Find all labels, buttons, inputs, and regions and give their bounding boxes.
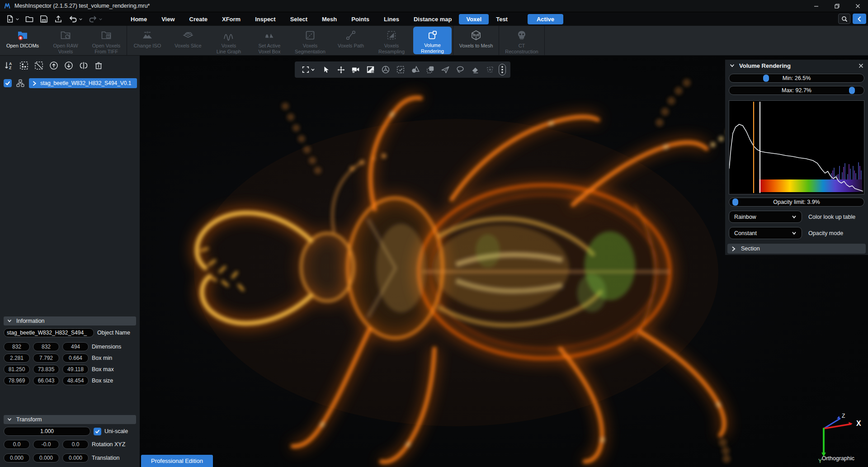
ribbon-open-dicoms-button[interactable]: Open DICOMs (0, 26, 45, 55)
clip-settings-button[interactable] (364, 63, 377, 76)
dimensions-y-field[interactable]: 832 (33, 342, 59, 351)
plane-cut-button[interactable] (439, 63, 452, 76)
menu-create[interactable]: Create (182, 14, 215, 24)
volume-rendering-header[interactable]: Volume Rendering (725, 60, 868, 71)
camera-settings-button[interactable] (349, 63, 362, 76)
uni-scale-checkbox[interactable] (94, 428, 101, 435)
save-button[interactable] (38, 14, 50, 24)
section-collapsed-header[interactable]: Section (727, 244, 866, 254)
menu-test[interactable]: Test (489, 14, 515, 24)
ribbon-voxels-segmentation-button[interactable]: Voxels Segmentation (290, 26, 330, 55)
tree-item-stag-beetle[interactable]: stag_beetle_W832_H832_S494_V0.1 (29, 78, 137, 88)
magic-select-button[interactable] (484, 63, 496, 76)
ribbon-volume-rendering-button[interactable]: Volume Rendering (413, 27, 452, 54)
box-size-z-field[interactable]: 48.454 (62, 376, 89, 385)
opacity-limit-slider[interactable]: Opacity limit: 3.9% (729, 198, 864, 207)
open-file-button[interactable] (23, 14, 36, 24)
min-slider[interactable]: Min: 26.5% (729, 74, 864, 83)
new-scene-button[interactable] (4, 14, 21, 24)
dimensions-z-field[interactable]: 494 (62, 342, 89, 351)
menu-bar: Home View Create XForm Inspect Select Me… (0, 12, 868, 26)
search-button[interactable] (838, 14, 850, 24)
close-button[interactable] (847, 0, 868, 12)
delete-button[interactable] (93, 60, 104, 71)
menu-lines[interactable]: Lines (377, 14, 406, 24)
ribbon-voxels-path-button[interactable]: Voxels Path (330, 26, 371, 55)
eraser-button[interactable] (469, 63, 481, 76)
uni-scale-field[interactable]: 1.000 (4, 427, 90, 436)
translation-x-field[interactable]: 0.000 (4, 453, 30, 462)
check-icon (5, 80, 10, 86)
deselect-all-button[interactable] (33, 60, 44, 71)
rotation-x-field[interactable]: 0.0 (4, 440, 30, 449)
dimensions-x-field[interactable]: 832 (4, 342, 30, 351)
new-scene-icon (5, 14, 14, 24)
rotation-y-field[interactable]: -0.0 (33, 440, 59, 449)
sort-button[interactable]: AZ (4, 60, 14, 71)
box-max-x-field[interactable]: 81.250 (4, 365, 30, 374)
rename-button[interactable] (78, 60, 89, 71)
box-max-z-field[interactable]: 49.118 (62, 365, 89, 374)
duplicate-select-button[interactable] (424, 63, 437, 76)
menu-voxel[interactable]: Voxel (459, 14, 489, 24)
move-down-button[interactable] (63, 60, 74, 71)
export-button[interactable] (52, 14, 65, 24)
menu-mesh[interactable]: Mesh (315, 14, 344, 24)
menu-distance-map[interactable]: Distance map (406, 14, 459, 24)
box-size-y-field[interactable]: 66.043 (33, 376, 59, 385)
box-select-button[interactable] (394, 63, 407, 76)
menu-points[interactable]: Points (344, 14, 377, 24)
menu-inspect[interactable]: Inspect (248, 14, 283, 24)
shapes-select-button[interactable] (409, 63, 422, 76)
close-panel-icon[interactable] (859, 63, 863, 68)
rotation-z-field[interactable]: 0.0 (62, 440, 89, 449)
ribbon-voxels-resampling-button[interactable]: Voxels Resampling (371, 26, 412, 55)
kebab-menu-icon (501, 66, 503, 73)
ribbon-voxels-to-mesh-button[interactable]: Voxels to Mesh (453, 26, 499, 55)
menu-home[interactable]: Home (123, 14, 154, 24)
information-section-header[interactable]: Information (4, 316, 136, 325)
object-name-field[interactable]: stag_beetle_W832_H832_S494_ (4, 328, 94, 337)
move-up-button[interactable] (48, 60, 59, 71)
transform-section-header[interactable]: Transform (4, 415, 136, 424)
restore-button[interactable] (826, 0, 847, 12)
opacity-mode-dropdown[interactable]: Constant (729, 227, 802, 239)
move-tool-button[interactable] (335, 63, 347, 76)
translation-y-field[interactable]: 0.000 (33, 453, 59, 462)
ribbon-voxels-line-graph-button[interactable]: Voxels Line Graph (208, 26, 249, 55)
fit-view-button[interactable] (299, 63, 317, 76)
menu-select[interactable]: Select (283, 14, 315, 24)
ribbon-open-voxels-from-tiff-button[interactable]: Open Voxels From TIFF (86, 26, 127, 55)
undo-button[interactable] (66, 14, 85, 25)
projection-label[interactable]: Orthographic (822, 455, 854, 462)
histogram-view[interactable] (729, 100, 864, 194)
ribbon-button-label: Voxels Resampling (378, 43, 405, 55)
visibility-checkbox[interactable] (4, 79, 12, 87)
box-max-y-field[interactable]: 73.835 (33, 365, 59, 374)
redo-button[interactable] (86, 14, 104, 25)
translation-z-field[interactable]: 0.000 (62, 453, 89, 462)
ribbon-change-iso-button[interactable]: Change ISO (127, 26, 168, 55)
minimize-button[interactable] (806, 0, 826, 12)
navigation-wheel-button[interactable] (379, 63, 392, 76)
active-button[interactable]: Active (528, 14, 563, 24)
menu-view[interactable]: View (154, 14, 182, 24)
ribbon-ct-reconstruction-button[interactable]: CT Reconstruction (499, 26, 544, 55)
ribbon-button-label: Volume Rendering (421, 42, 444, 54)
max-slider[interactable]: Max: 92.7% (729, 86, 864, 95)
box-size-x-field[interactable]: 78.969 (4, 376, 30, 385)
select-all-button[interactable] (19, 60, 29, 71)
rename-icon (79, 61, 89, 71)
menu-xform[interactable]: XForm (215, 14, 248, 24)
ribbon-voxels-slice-button[interactable]: Voxels Slice (168, 26, 208, 55)
collapse-ribbon-button[interactable] (853, 14, 866, 24)
box-min-y-field[interactable]: 7.792 (33, 354, 59, 363)
color-lookup-dropdown[interactable]: Rainbow (729, 211, 802, 223)
pointer-tool-button[interactable] (320, 63, 332, 76)
ribbon-set-active-voxel-box-button[interactable]: Set Active Voxel Box (249, 26, 290, 55)
box-min-x-field[interactable]: 2.281 (4, 354, 30, 363)
box-min-z-field[interactable]: 0.664 (62, 354, 89, 363)
more-options-button[interactable] (499, 64, 506, 75)
lasso-select-button[interactable] (454, 63, 467, 76)
ribbon-open-raw-voxels-button[interactable]: Open RAW Voxels (45, 26, 86, 55)
